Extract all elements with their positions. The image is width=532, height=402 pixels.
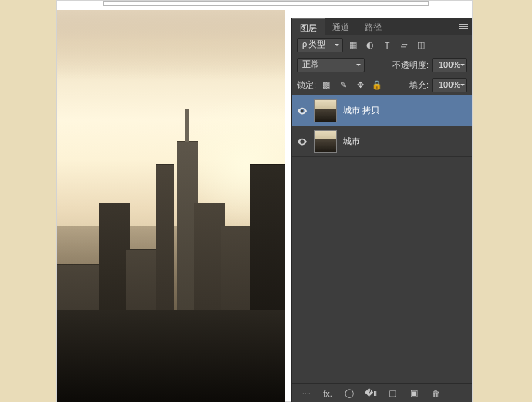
- blend-row: 正常 不透明度: 100%: [292, 55, 472, 75]
- svg-point-0: [301, 109, 304, 112]
- lock-row: 锁定: ▩ ✎ ✥ 🔒 填充: 100%: [292, 75, 472, 95]
- lock-move-icon[interactable]: ✥: [353, 79, 367, 92]
- tab-paths[interactable]: 路径: [357, 18, 389, 35]
- svg-point-1: [301, 140, 304, 142]
- fx-icon[interactable]: fx.: [322, 387, 334, 400]
- layer-thumbnail[interactable]: [314, 130, 337, 153]
- tab-layers[interactable]: 图层: [292, 18, 325, 35]
- lock-label: 锁定:: [297, 79, 316, 91]
- photo-cloud: [57, 10, 285, 79]
- group-icon[interactable]: ▢: [386, 387, 399, 400]
- title-bar-fragment: [103, 1, 429, 6]
- layer-list: 城市 拷贝 城市: [292, 95, 472, 383]
- visibility-toggle-icon[interactable]: [297, 136, 308, 147]
- filter-shape-icon[interactable]: ▱: [397, 39, 411, 52]
- panel-bottom-bar: ᠁ fx. ◯ �װ ▢ ▣ 🗑: [292, 383, 472, 402]
- panel-tabs: 图层 通道 路径: [292, 18, 472, 35]
- layer-name[interactable]: 城市 拷贝: [343, 105, 379, 116]
- lock-brush-icon[interactable]: ✎: [336, 79, 350, 92]
- tab-channels[interactable]: 通道: [325, 18, 357, 35]
- filter-image-icon[interactable]: ▦: [346, 39, 360, 52]
- visibility-toggle-icon[interactable]: [297, 106, 308, 116]
- link-layers-icon[interactable]: ᠁: [300, 387, 312, 400]
- filter-type-icon[interactable]: T: [380, 39, 394, 52]
- layer-name[interactable]: 城市: [343, 136, 360, 147]
- mask-icon[interactable]: ◯: [343, 387, 355, 400]
- layer-thumbnail[interactable]: [314, 99, 337, 122]
- layer-row[interactable]: 城市: [292, 126, 472, 157]
- document-canvas[interactable]: [57, 10, 285, 402]
- fill-label: 填充:: [409, 79, 429, 91]
- filter-kind-select[interactable]: ρ类型: [297, 38, 343, 52]
- lock-all-icon[interactable]: 🔒: [370, 79, 384, 92]
- layer-row[interactable]: 城市 拷贝: [292, 95, 472, 126]
- opacity-label: 不透明度:: [392, 59, 429, 71]
- new-layer-icon[interactable]: ▣: [408, 387, 420, 400]
- filter-smart-icon[interactable]: ◫: [414, 39, 428, 52]
- opacity-field[interactable]: 100%: [432, 58, 467, 72]
- panel-menu-icon[interactable]: [455, 18, 472, 35]
- lock-pixels-icon[interactable]: ▩: [319, 79, 333, 92]
- filter-adjust-icon[interactable]: ◐: [363, 39, 377, 52]
- fill-field[interactable]: 100%: [432, 78, 467, 92]
- layers-panel: 图层 通道 路径 ρ类型 ▦ ◐ T ▱ ◫ 正常 不透明度: 100% 锁定:…: [291, 18, 472, 402]
- blend-mode-select[interactable]: 正常: [297, 58, 365, 72]
- adjustment-layer-icon[interactable]: �װ: [365, 387, 377, 400]
- photo-foreground: [57, 310, 285, 402]
- filter-row: ρ类型 ▦ ◐ T ▱ ◫: [292, 35, 472, 55]
- filter-kind-label: 类型: [308, 39, 325, 49]
- trash-icon[interactable]: 🗑: [429, 387, 442, 400]
